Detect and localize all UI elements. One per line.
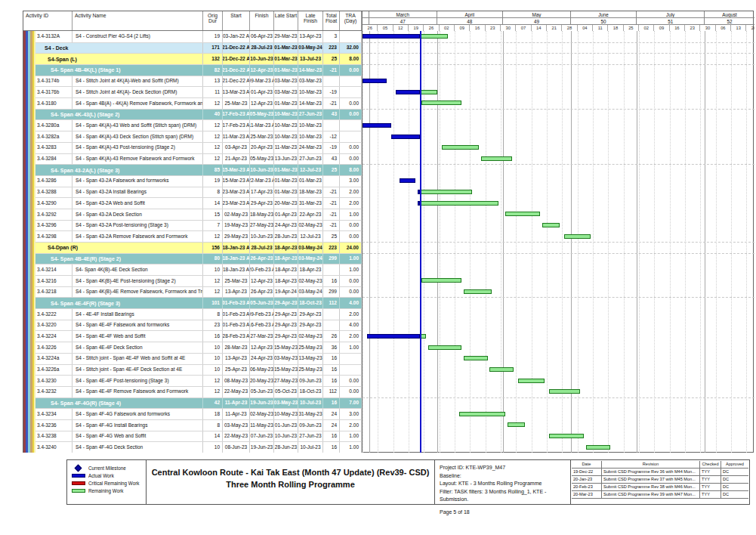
page-number: Page 5 of 18 bbox=[440, 509, 570, 517]
value-cell: 05-Oct-23 bbox=[274, 387, 298, 397]
column-header: Total Float bbox=[323, 11, 340, 30]
value-cell: 10-Jul-23 bbox=[298, 398, 323, 409]
value-cell: 24-Apr-23 bbox=[250, 354, 274, 364]
value-cell: 13-Apr-23 bbox=[298, 31, 323, 42]
value-cell: 25 bbox=[323, 54, 340, 64]
timeline-week-label: 02 bbox=[440, 25, 455, 31]
value-cell: -21 bbox=[323, 198, 340, 209]
value-cell: -21 bbox=[323, 187, 340, 198]
value-cell: 28-Jun-23 bbox=[274, 231, 298, 242]
value-cell: 28-Jul-23 bbox=[250, 243, 274, 253]
summary-name-cell: S4 - Deck bbox=[23, 43, 203, 54]
summary-row: S4- Span 4B-4E(R) (Stage 2)8018-Jan-23 A… bbox=[23, 253, 362, 264]
column-header: Late Finish bbox=[298, 11, 323, 30]
value-cell: 29-Apr-23 bbox=[274, 298, 298, 308]
timeline-week-row: 2605121926020916233007142128041118250209… bbox=[363, 25, 754, 31]
value-cell: 80 bbox=[203, 254, 223, 264]
value-cell: 13-Jun-23 bbox=[274, 154, 298, 165]
gantt-bar-remaining bbox=[420, 90, 437, 94]
value-cell: 01-Mar-23 bbox=[274, 43, 298, 54]
value-cell: 11-Mar-23 A bbox=[250, 120, 274, 131]
value-cell: 1.00 bbox=[340, 342, 362, 353]
hierarchy-stripe bbox=[34, 31, 35, 453]
activity-name-cell: S4 - Stitch Joint at 4K(A)-Web and Soffi… bbox=[73, 76, 203, 87]
value-cell bbox=[323, 120, 340, 131]
filter-name: Filter: TASK filters: 3 Months Rolling_1… bbox=[440, 488, 570, 504]
schedule-sheet: Activity IDActivity NameOrig DurStartFin… bbox=[23, 11, 754, 453]
value-cell: 03-Mar-23 bbox=[274, 76, 298, 87]
activity-name-cell: S4 - Span 43-2A Remove Falsework and For… bbox=[73, 231, 203, 242]
summary-name-cell: S4- Span 4B-4K(L) (Stage 1) bbox=[23, 65, 203, 76]
gantt-chart-area bbox=[362, 31, 754, 453]
timeline-week-label: 11 bbox=[593, 25, 608, 31]
summary-name-cell: S4- Span 4E-4F(R) (Stage 3) bbox=[23, 298, 203, 308]
value-cell: 2.00 bbox=[340, 187, 362, 198]
activity-name-cell: S4 - Span 43-2A Deck Section bbox=[73, 209, 203, 220]
summary-row: S4- Span 4E-4F(R) (Stage 3)10101-Feb-23 … bbox=[23, 297, 362, 308]
value-cell: 0.00 bbox=[340, 276, 362, 286]
value-cell: 20-May-23 bbox=[250, 376, 274, 386]
value-cell: 18-Apr-23 bbox=[274, 264, 298, 275]
legend-item: Remaining Work bbox=[72, 487, 146, 494]
timeline-week-label: 20 bbox=[746, 25, 754, 31]
timeline-month-label: March bbox=[369, 11, 437, 18]
value-cell: 11 bbox=[203, 87, 223, 97]
value-cell: 12-Apr-23 bbox=[250, 98, 274, 109]
value-cell: 08-May-23 bbox=[223, 376, 250, 386]
activity-name-cell: S4 - Span 43-2A Post-tensioning (Stage 3… bbox=[73, 221, 203, 231]
value-cell: 01-Mar-23 bbox=[274, 187, 298, 198]
summary-gridline bbox=[363, 42, 754, 43]
revision-header-cell: Revision bbox=[602, 461, 700, 468]
value-cell: 18-Apr-23 bbox=[298, 264, 323, 275]
value-cell: 25-Mar-23 bbox=[223, 98, 250, 109]
value-cell: 24 bbox=[323, 420, 340, 431]
value-cell: 21-Apr-23 bbox=[223, 154, 250, 165]
footer-block: Current MilestoneActual WorkCritical Rem… bbox=[66, 459, 750, 505]
value-cell: 18-Jan-23 A bbox=[223, 264, 250, 275]
revision-box: DateRevisionCheckedApproved19-Dec-22Subm… bbox=[571, 460, 749, 504]
timeline-month-label: July bbox=[637, 11, 705, 18]
value-cell: 299 bbox=[323, 287, 340, 298]
activity-name-cell: S4 - 4E-4F Install Bearings bbox=[73, 309, 203, 320]
value-cell: 17-Apr-23 bbox=[250, 187, 274, 198]
value-cell: 40 bbox=[203, 110, 223, 120]
activity-name-cell: S4 - Span 43-2A Falsework and formworks bbox=[73, 176, 203, 187]
value-cell: 14-Mar-23 bbox=[298, 98, 323, 109]
value-cell: 1.00 bbox=[340, 442, 362, 453]
value-cell: 12 bbox=[203, 98, 223, 109]
revision-cell: Submit CSD Programme Rev 36 with M44 Mon… bbox=[602, 469, 700, 475]
value-cell: 18-Apr-23 bbox=[274, 254, 298, 264]
activity-row: 3.4-3224aS4 - Stitch joint - Span 4E-4F … bbox=[23, 353, 362, 364]
value-cell: 29-Apr-23 bbox=[298, 320, 323, 331]
value-cell bbox=[340, 365, 362, 376]
activity-name-cell: S4 - Span 4F-4G Web and Soffit bbox=[73, 431, 203, 442]
timeline-week-label: 30 bbox=[501, 25, 516, 31]
value-cell: 13-Jul-23 bbox=[298, 54, 323, 64]
value-cell: 0.00 bbox=[340, 154, 362, 165]
value-cell: 27-Jun-23 bbox=[298, 431, 323, 442]
value-cell: 25 bbox=[323, 165, 340, 175]
value-cell: 01-Apr-23 bbox=[274, 209, 298, 220]
summary-row: S4-Dpan (R)15618-Jan-23 A28-Jul-2318-Apr… bbox=[23, 242, 362, 253]
activity-name-cell: S4 - Span 4E-4F Post-tensioning (Stage 3… bbox=[73, 376, 203, 386]
column-header: Late Start bbox=[274, 11, 298, 30]
value-cell: 03-Jan-22 A bbox=[223, 31, 250, 42]
value-cell: 09-Jun-23 bbox=[298, 376, 323, 386]
value-cell: 05-Jun-23 bbox=[250, 387, 274, 397]
activity-name-cell: S4 - Span 4K(A)-43 Deck Section (Stitch … bbox=[73, 131, 203, 142]
value-cell bbox=[340, 131, 362, 142]
value-cell: 19-Jun-23 bbox=[250, 442, 274, 453]
value-cell: 06-May-23 bbox=[250, 365, 274, 376]
timeline-week-label: 13 bbox=[731, 25, 746, 31]
timeline-week-label: 12 bbox=[393, 25, 409, 31]
activity-row: 3.4-3292S4 - Span 43-2A Deck Section1502… bbox=[23, 209, 362, 220]
activity-row: 3.4-3296S4 - Span 43-2A Post-tensioning … bbox=[23, 220, 362, 231]
value-cell: 82 bbox=[203, 65, 223, 76]
value-cell: 12-Apr-23 bbox=[250, 276, 274, 286]
value-cell: 12 bbox=[203, 376, 223, 386]
value-cell: 3.00 bbox=[340, 176, 362, 187]
value-cell: 1.00 bbox=[340, 254, 362, 264]
gantt-bar-remaining bbox=[459, 412, 505, 416]
value-cell: 18 bbox=[203, 409, 223, 419]
value-cell: 22-May-23 bbox=[223, 431, 250, 442]
